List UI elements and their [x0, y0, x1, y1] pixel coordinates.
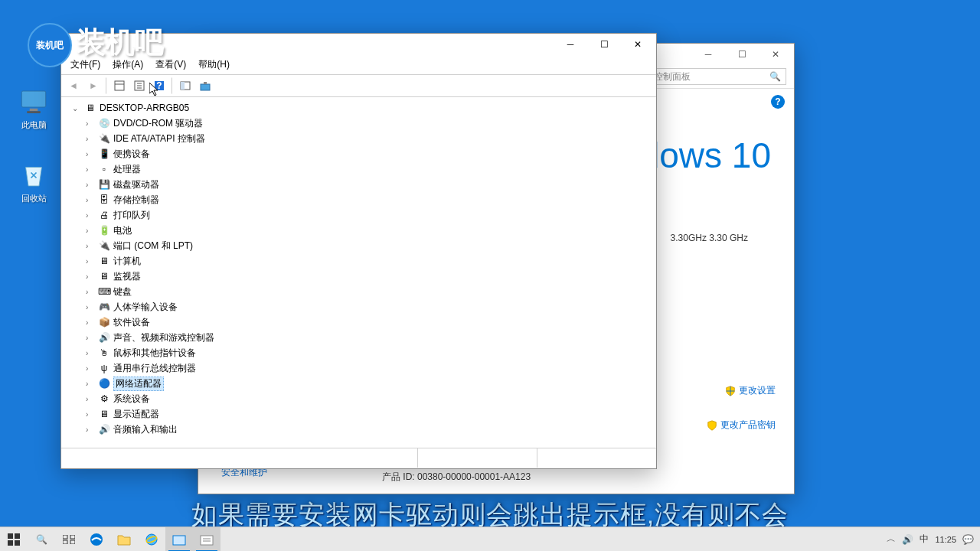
- tray-chevron-icon[interactable]: ︿: [887, 533, 896, 546]
- separator: [106, 77, 107, 94]
- tree-category[interactable]: ›🖨打印队列: [66, 207, 652, 223]
- tree-category[interactable]: ›⌨键盘: [66, 284, 652, 299]
- change-product-key-link[interactable]: 更改产品密钥: [707, 419, 776, 432]
- expand-icon[interactable]: ›: [86, 227, 95, 235]
- tree-root[interactable]: ⌄ 🖥 DESKTOP-ARRGB05: [66, 100, 652, 116]
- start-button[interactable]: [0, 527, 28, 552]
- properties-button[interactable]: [130, 77, 149, 94]
- tray-ime-icon[interactable]: 中: [920, 533, 929, 546]
- device-tree[interactable]: ⌄ 🖥 DESKTOP-ARRGB05 ›💿DVD/CD-ROM 驱动器›🔌ID…: [61, 97, 656, 448]
- tree-category[interactable]: ›📱便携设备: [66, 146, 652, 161]
- shield-icon: [725, 386, 736, 396]
- expand-icon[interactable]: ›: [86, 364, 95, 373]
- desktop-icon-this-pc[interactable]: 此电脑: [11, 86, 57, 131]
- expand-icon[interactable]: ›: [86, 425, 95, 434]
- svg-rect-22: [70, 540, 75, 544]
- svg-rect-13: [201, 84, 210, 90]
- close-button[interactable]: ✕: [759, 44, 792, 64]
- tree-category[interactable]: ›▫处理器: [66, 161, 652, 177]
- tree-category[interactable]: ›🔵网络适配器: [66, 376, 652, 391]
- expand-icon[interactable]: ›: [86, 242, 95, 250]
- tree-category[interactable]: ›🖥监视器: [66, 269, 652, 284]
- taskbar-taskview[interactable]: [55, 527, 83, 552]
- tree-category-label: 人体学输入设备: [113, 301, 178, 314]
- status-pane: [537, 448, 656, 468]
- tree-category[interactable]: ›🗄存储控制器: [66, 192, 652, 207]
- expand-icon[interactable]: ›: [86, 288, 95, 296]
- maximize-button[interactable]: ☐: [725, 44, 759, 64]
- expand-icon[interactable]: ›: [86, 410, 95, 419]
- svg-rect-12: [181, 82, 185, 90]
- tree-category[interactable]: ›🔋电池: [66, 223, 652, 238]
- help-icon[interactable]: ?: [771, 95, 785, 109]
- status-pane: [418, 448, 537, 468]
- expand-icon[interactable]: ›: [86, 135, 95, 143]
- collapse-icon[interactable]: ⌄: [72, 104, 81, 112]
- tree-category[interactable]: ›💿DVD/CD-ROM 驱动器: [66, 116, 652, 131]
- maximize-button[interactable]: ☐: [587, 34, 621, 54]
- tree-category[interactable]: ›🔊音频输入和输出: [66, 422, 652, 437]
- category-icon: ⚙: [98, 393, 110, 405]
- category-icon: 🔊: [98, 331, 110, 344]
- svg-rect-0: [21, 91, 46, 107]
- tree-category[interactable]: ›🔌IDE ATA/ATAPI 控制器: [66, 131, 652, 146]
- tree-category[interactable]: ›🔊声音、视频和游戏控制器: [66, 330, 652, 345]
- desktop-icon-recycle[interactable]: 回收站: [11, 159, 57, 204]
- help-toolbar-button[interactable]: ?: [150, 77, 168, 94]
- expand-icon[interactable]: ›: [86, 150, 95, 158]
- expand-icon[interactable]: ›: [86, 334, 95, 342]
- taskbar-clock[interactable]: 11:25: [935, 535, 956, 544]
- taskbar-explorer[interactable]: [110, 527, 138, 552]
- tree-category[interactable]: ›ψ通用串行总线控制器: [66, 360, 652, 376]
- expand-icon[interactable]: ›: [86, 257, 95, 266]
- forward-button[interactable]: ►: [84, 77, 103, 94]
- taskbar-ie[interactable]: [138, 527, 165, 552]
- expand-icon[interactable]: ›: [86, 272, 95, 281]
- tree-category-label: 通用串行总线控制器: [113, 362, 196, 375]
- expand-icon[interactable]: ›: [86, 303, 95, 311]
- expand-icon[interactable]: ›: [86, 165, 95, 174]
- taskbar-edge[interactable]: [83, 527, 110, 552]
- expand-icon[interactable]: ›: [86, 181, 95, 189]
- tree-category-label: 端口 (COM 和 LPT): [113, 240, 193, 253]
- taskbar-app-active[interactable]: [193, 527, 220, 552]
- tree-category[interactable]: ›🖥计算机: [66, 253, 652, 269]
- tree-category[interactable]: ›🖱鼠标和其他指针设备: [66, 345, 652, 360]
- tray-notifications-icon[interactable]: 💬: [962, 534, 974, 545]
- tree-category[interactable]: ›⚙系统设备: [66, 391, 652, 406]
- system-tray[interactable]: ︿ 🔊 中 11:25 💬: [880, 533, 980, 546]
- tree-category[interactable]: ›🎮人体学输入设备: [66, 299, 652, 315]
- minimize-button[interactable]: ─: [554, 34, 587, 54]
- tray-volume-icon[interactable]: 🔊: [902, 534, 913, 545]
- tree-category[interactable]: ›🔌端口 (COM 和 LPT): [66, 238, 652, 253]
- expand-icon[interactable]: ›: [86, 349, 95, 357]
- menu-help[interactable]: 帮助(H): [194, 57, 234, 73]
- expand-icon[interactable]: ›: [86, 196, 95, 204]
- expand-icon[interactable]: ›: [86, 380, 95, 388]
- tree-category[interactable]: ›🖥显示适配器: [66, 406, 652, 422]
- svg-rect-17: [8, 540, 13, 546]
- tree-category[interactable]: ›💾磁盘驱动器: [66, 177, 652, 192]
- svg-rect-16: [15, 533, 20, 539]
- expand-icon[interactable]: ›: [86, 318, 95, 327]
- taskbar-search[interactable]: 🔍: [28, 527, 55, 552]
- tree-category-label: 键盘: [113, 285, 132, 298]
- taskbar-app-active[interactable]: [165, 527, 193, 552]
- close-button[interactable]: ✕: [621, 34, 655, 54]
- expand-icon[interactable]: ›: [86, 119, 95, 128]
- change-settings-link[interactable]: 更改设置: [725, 384, 776, 397]
- minimize-button[interactable]: ─: [691, 44, 725, 64]
- category-icon: 🖥: [98, 255, 110, 267]
- view-button[interactable]: [110, 77, 129, 94]
- svg-rect-15: [8, 533, 13, 539]
- computer-icon: 🖥: [84, 102, 96, 114]
- tree-category-label: 声音、视频和游戏控制器: [113, 331, 214, 344]
- tool-button[interactable]: [176, 77, 194, 94]
- expand-icon[interactable]: ›: [86, 211, 95, 220]
- tree-category[interactable]: ›📦软件设备: [66, 315, 652, 330]
- tree-category-label: 网络适配器: [113, 377, 164, 391]
- back-button[interactable]: ◄: [64, 77, 83, 94]
- search-input[interactable]: 控制面板 🔍: [648, 68, 786, 85]
- expand-icon[interactable]: ›: [86, 395, 95, 403]
- scan-button[interactable]: [196, 77, 214, 94]
